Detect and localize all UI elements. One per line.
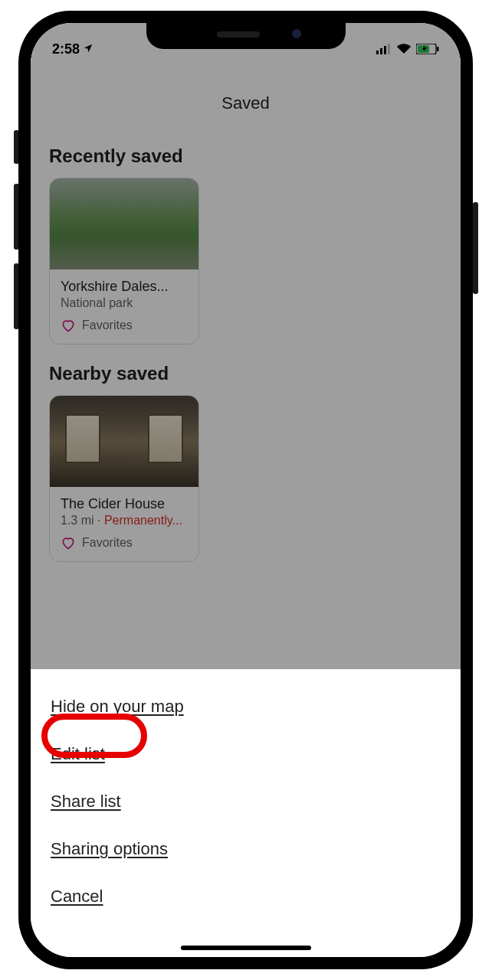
recent-card-favorite-label: Favorites: [82, 318, 133, 332]
nearby-card[interactable]: The Cider House 1.3 mi · Permanently... …: [49, 395, 199, 562]
separator-dot: ·: [97, 514, 100, 527]
svg-rect-2: [384, 46, 386, 54]
recent-card-title: Yorkshire Dales...: [61, 279, 188, 295]
location-icon: [83, 43, 93, 56]
heart-icon: [61, 535, 76, 550]
page-title: Saved: [31, 64, 461, 127]
action-sheet: Hide on your map Edit list Share list Sh…: [31, 669, 461, 957]
nearby-card-status: Permanently...: [104, 514, 182, 527]
recent-card[interactable]: Yorkshire Dales... National park Favorit…: [49, 178, 199, 345]
svg-rect-5: [437, 47, 439, 51]
nearby-card-title: The Cider House: [61, 496, 188, 512]
phone-screen: 2:58 Saved: [31, 23, 461, 957]
svg-rect-1: [380, 48, 382, 54]
sharing-options-button[interactable]: Sharing options: [51, 825, 168, 873]
side-button-power: [473, 202, 478, 294]
edit-list-button[interactable]: Edit list: [51, 730, 105, 778]
recently-saved-heading: Recently saved: [49, 145, 442, 167]
wifi-icon: [396, 44, 412, 54]
notch: [146, 23, 346, 49]
heart-icon: [61, 318, 76, 333]
hide-on-map-button[interactable]: Hide on your map: [51, 683, 184, 730]
svg-rect-3: [388, 44, 390, 54]
nearby-card-favorite-label: Favorites: [82, 536, 133, 550]
nearby-card-subtitle: 1.3 mi · Permanently...: [61, 514, 188, 528]
nearby-saved-section: Nearby saved The Cider House 1.3 mi · Pe…: [31, 345, 461, 562]
recent-card-image: [50, 178, 198, 270]
recent-card-favorite: Favorites: [61, 318, 188, 333]
phone-frame: 2:58 Saved: [18, 11, 473, 969]
home-indicator[interactable]: [181, 946, 311, 950]
battery-charging-icon: [416, 44, 439, 54]
nearby-card-image: [50, 396, 198, 487]
nearby-card-distance: 1.3 mi: [61, 514, 94, 527]
share-list-button[interactable]: Share list: [51, 778, 121, 825]
svg-rect-0: [376, 51, 379, 54]
status-time: 2:58: [52, 41, 80, 57]
nearby-card-favorite: Favorites: [61, 535, 188, 550]
cellular-signal-icon: [376, 44, 392, 54]
recently-saved-section: Recently saved Yorkshire Dales... Nation…: [31, 127, 461, 345]
nearby-saved-heading: Nearby saved: [49, 363, 442, 384]
cancel-button[interactable]: Cancel: [51, 873, 103, 920]
recent-card-subtitle: National park: [61, 296, 188, 310]
